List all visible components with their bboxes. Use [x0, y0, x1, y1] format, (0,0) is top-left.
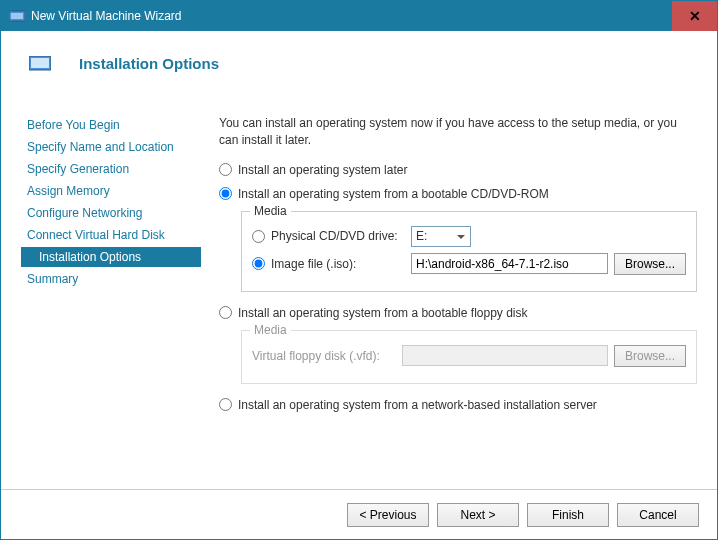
radio-install-cddvd[interactable]	[219, 187, 232, 200]
titlebar: New Virtual Machine Wizard ✕	[1, 1, 717, 31]
sidebar: Before You Begin Specify Name and Locati…	[21, 115, 201, 489]
media-legend: Media	[250, 204, 291, 218]
radio-install-floppy-label: Install an operating system from a boota…	[238, 306, 528, 320]
floppy-legend: Media	[250, 323, 291, 337]
sidebar-item-installation-options[interactable]: Installation Options	[21, 247, 201, 267]
physical-drive-value: E:	[416, 229, 427, 243]
previous-button[interactable]: < Previous	[347, 503, 429, 527]
physical-drive-select[interactable]: E:	[411, 226, 471, 247]
option-floppy-row: Install an operating system from a boota…	[219, 306, 697, 320]
radio-install-network-label: Install an operating system from a netwo…	[238, 398, 597, 412]
browse-vfd-button: Browse...	[614, 345, 686, 367]
radio-install-network[interactable]	[219, 398, 232, 411]
radio-image-file[interactable]	[252, 257, 265, 270]
sidebar-item-configure-networking[interactable]: Configure Networking	[21, 203, 201, 223]
radio-physical-drive[interactable]	[252, 230, 265, 243]
svg-rect-1	[11, 13, 23, 19]
cancel-button[interactable]: Cancel	[617, 503, 699, 527]
radio-install-floppy[interactable]	[219, 306, 232, 319]
physical-drive-row: Physical CD/DVD drive: E:	[252, 226, 686, 247]
sidebar-item-summary[interactable]: Summary	[21, 269, 201, 289]
window-title: New Virtual Machine Wizard	[31, 9, 672, 23]
radio-install-later[interactable]	[219, 163, 232, 176]
radio-install-cddvd-label: Install an operating system from a boota…	[238, 187, 549, 201]
sidebar-item-specify-generation[interactable]: Specify Generation	[21, 159, 201, 179]
app-icon	[9, 8, 25, 24]
content-panel: You can install an operating system now …	[201, 115, 697, 489]
option-cddvd-row: Install an operating system from a boota…	[219, 187, 697, 201]
svg-rect-3	[31, 58, 49, 68]
next-button[interactable]: Next >	[437, 503, 519, 527]
intro-text: You can install an operating system now …	[219, 115, 697, 149]
image-file-input[interactable]	[411, 253, 608, 274]
monitor-icon	[29, 56, 51, 72]
floppy-input	[402, 345, 608, 366]
sidebar-item-specify-name[interactable]: Specify Name and Location	[21, 137, 201, 157]
floppy-label: Virtual floppy disk (.vfd):	[252, 349, 402, 363]
image-file-row: Image file (.iso): Browse...	[252, 253, 686, 275]
finish-button[interactable]: Finish	[527, 503, 609, 527]
floppy-row: Virtual floppy disk (.vfd): Browse...	[252, 345, 686, 367]
media-fieldset: Media Physical CD/DVD drive: E: Image fi…	[241, 211, 697, 292]
sidebar-item-connect-vhd[interactable]: Connect Virtual Hard Disk	[21, 225, 201, 245]
page-title: Installation Options	[79, 55, 219, 72]
body: Before You Begin Specify Name and Locati…	[1, 97, 717, 489]
floppy-fieldset: Media Virtual floppy disk (.vfd): Browse…	[241, 330, 697, 384]
sidebar-item-assign-memory[interactable]: Assign Memory	[21, 181, 201, 201]
close-button[interactable]: ✕	[672, 1, 717, 31]
footer: < Previous Next > Finish Cancel	[1, 489, 717, 539]
close-icon: ✕	[689, 8, 701, 24]
wizard-window: New Virtual Machine Wizard ✕ Installatio…	[0, 0, 718, 540]
radio-install-later-label: Install an operating system later	[238, 163, 407, 177]
image-file-label: Image file (.iso):	[271, 257, 411, 271]
physical-drive-label: Physical CD/DVD drive:	[271, 229, 411, 243]
option-network-row: Install an operating system from a netwo…	[219, 398, 697, 412]
option-later-row: Install an operating system later	[219, 163, 697, 177]
browse-iso-button[interactable]: Browse...	[614, 253, 686, 275]
page-header: Installation Options	[1, 31, 717, 97]
sidebar-item-before-you-begin[interactable]: Before You Begin	[21, 115, 201, 135]
